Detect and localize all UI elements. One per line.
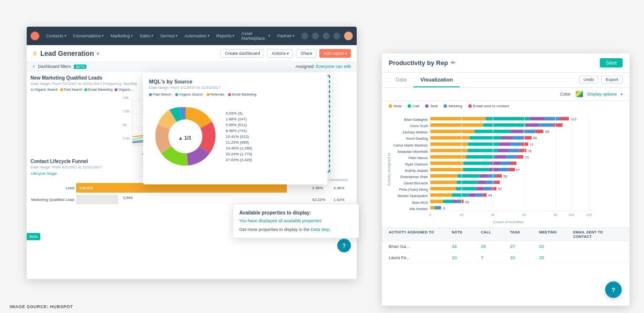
right-panel-header: Productivity by Rep ✏ Save bbox=[382, 53, 629, 73]
data-step-link[interactable]: Data step bbox=[311, 227, 330, 232]
svg-rect-98 bbox=[430, 193, 452, 197]
color-swatch[interactable] bbox=[576, 91, 583, 98]
td-meeting-2[interactable]: 20 bbox=[539, 255, 573, 260]
td-note-2[interactable]: 10 bbox=[452, 255, 481, 260]
actions-button[interactable]: Actions ▾ bbox=[267, 49, 293, 58]
legend-paid-dot bbox=[60, 88, 63, 91]
edit-icon[interactable]: ✏ bbox=[451, 60, 455, 66]
svg-rect-115 bbox=[440, 206, 441, 210]
nav-sales[interactable]: Sales ▾ bbox=[138, 30, 156, 42]
svg-text:Brian Gallagher: Brian Gallagher bbox=[404, 118, 429, 122]
properties-title: Available properties to display: bbox=[239, 210, 353, 215]
svg-text:Audrey Jaspart: Audrey Jaspart bbox=[405, 169, 428, 173]
properties-link[interactable]: You have displayed all available propert… bbox=[239, 218, 353, 223]
legend-organic: Organic Search bbox=[31, 88, 58, 91]
nav-reports[interactable]: Reports ▾ bbox=[215, 30, 237, 42]
svg-text:44: 44 bbox=[488, 194, 492, 197]
svg-rect-55 bbox=[519, 149, 526, 152]
svg-rect-48 bbox=[521, 143, 528, 146]
svg-rect-34 bbox=[536, 130, 544, 133]
create-dashboard-button[interactable]: Create dashboard bbox=[220, 49, 264, 58]
svg-rect-47 bbox=[510, 143, 521, 146]
svg-text:Activity assigned to: Activity assigned to bbox=[387, 152, 391, 186]
nav-asset[interactable]: Asset Marketplace ▾ bbox=[239, 30, 272, 42]
svg-text:10K: 10K bbox=[123, 96, 129, 99]
share-button[interactable]: Share bbox=[296, 49, 316, 58]
help-button-right[interactable]: ? bbox=[605, 281, 622, 298]
legend-task-dot bbox=[425, 104, 429, 108]
legend-call: Call bbox=[408, 104, 419, 108]
mql-legend-email-label: Email Marketing bbox=[232, 93, 256, 96]
funnel-lead-bar: 118,570 bbox=[76, 183, 287, 193]
help-button-left[interactable]: ? bbox=[337, 239, 351, 252]
filters-bar: ≡ Dashboard filters BETA Assigned: Every… bbox=[27, 62, 357, 71]
funnel-mql-bar-container: 3,984 bbox=[76, 195, 310, 204]
legend-meeting: Meeting bbox=[444, 104, 462, 108]
table-row: Brian Ga... 34 29 27 20 bbox=[382, 241, 629, 252]
donut-label-9: 27.63% (2,420) bbox=[226, 158, 252, 162]
funnel-lead-row: Lead 118,570 3.36% 3.36% bbox=[31, 183, 353, 193]
svg-rect-69 bbox=[510, 162, 516, 165]
display-options-button[interactable]: Display options bbox=[587, 92, 617, 97]
legend-paid-label: Paid Search bbox=[64, 88, 83, 91]
search-icon[interactable] bbox=[301, 33, 308, 39]
display-chevron-icon[interactable]: ▾ bbox=[621, 92, 623, 97]
mql-legend-organic-label: Organic Search bbox=[179, 93, 203, 96]
undo-button[interactable]: Undo bbox=[579, 76, 598, 83]
svg-text:9: 9 bbox=[443, 207, 445, 210]
nav-service[interactable]: Service ▾ bbox=[158, 30, 180, 42]
svg-rect-41 bbox=[525, 136, 531, 139]
right-panel-buttons: Save bbox=[600, 58, 623, 67]
svg-rect-72 bbox=[463, 168, 489, 171]
settings-icon[interactable] bbox=[323, 33, 330, 39]
mql-legend-referrals-label: Referrals bbox=[211, 93, 224, 96]
td-meeting-1[interactable]: 20 bbox=[539, 244, 573, 249]
svg-text:80: 80 bbox=[533, 136, 537, 140]
nav-conversations[interactable]: Conversations ▾ bbox=[71, 30, 106, 42]
svg-text:89: 89 bbox=[545, 130, 549, 133]
tab-visualization[interactable]: Visualization bbox=[413, 73, 460, 87]
svg-rect-102 bbox=[483, 193, 487, 197]
svg-text:Alessio Spacquatori: Alessio Spacquatori bbox=[397, 194, 428, 198]
td-task-1[interactable]: 27 bbox=[510, 244, 539, 249]
td-call-1[interactable]: 29 bbox=[481, 244, 510, 249]
svg-rect-94 bbox=[484, 187, 492, 190]
nav-marketing[interactable]: Marketing ▾ bbox=[109, 30, 135, 42]
tab-data[interactable]: Data bbox=[389, 73, 413, 87]
properties-popup: Available properties to display: You hav… bbox=[233, 204, 359, 238]
svg-rect-62 bbox=[516, 155, 523, 159]
right-panel-title: Productivity by Rep ✏ bbox=[389, 59, 455, 66]
bar-chart-svg: Activity assigned to Brian Gallagher 111… bbox=[385, 113, 623, 226]
svg-text:0: 0 bbox=[429, 213, 431, 216]
donut-label-5: 10.41% (912) bbox=[226, 134, 252, 139]
export-button[interactable]: Export bbox=[601, 76, 623, 83]
mql-legend-paid: Paid Search bbox=[149, 93, 171, 96]
svg-rect-61 bbox=[506, 155, 516, 159]
nav-bar: Contacts ▾ Conversations ▾ Marketing ▾ S… bbox=[27, 27, 357, 45]
dropdown-chevron-icon[interactable]: ▾ bbox=[97, 51, 99, 56]
right-panel: Productivity by Rep ✏ Save Data Visualiz… bbox=[382, 53, 629, 306]
td-call-2[interactable]: 7 bbox=[481, 255, 510, 260]
svg-text:120: 120 bbox=[586, 213, 592, 216]
td-task-2[interactable]: 10 bbox=[510, 255, 539, 260]
filters-left: ≡ Dashboard filters BETA bbox=[33, 64, 86, 69]
funnel-lead-pct2: 3.36% bbox=[333, 186, 353, 190]
viz-toolbar: Color: Display options ▾ bbox=[382, 88, 629, 101]
svg-rect-107 bbox=[453, 200, 457, 203]
user-avatar[interactable] bbox=[344, 32, 353, 40]
nav-automation[interactable]: Automation ▾ bbox=[182, 30, 212, 42]
svg-text:Carlos Martin Martinez: Carlos Martin Martinez bbox=[394, 144, 428, 147]
assigned-link[interactable]: Everyone can edit bbox=[316, 64, 351, 69]
svg-rect-37 bbox=[430, 136, 470, 139]
svg-rect-21 bbox=[560, 117, 569, 120]
td-note-1[interactable]: 34 bbox=[452, 244, 481, 249]
image-source: IMAGE SOURCE: HUBSPOT bbox=[10, 304, 73, 309]
nav-contacts[interactable]: Contacts ▾ bbox=[44, 30, 68, 42]
add-report-button[interactable]: Add report ▾ bbox=[319, 49, 351, 58]
save-button[interactable]: Save bbox=[600, 58, 623, 67]
donut-label-7: 14.46% (1,266) bbox=[226, 146, 252, 150]
notifications-icon[interactable] bbox=[333, 33, 340, 39]
nav-partner[interactable]: Partner ▾ bbox=[275, 30, 297, 42]
funnel-lead-value: 118,570 bbox=[79, 186, 93, 190]
grid-icon[interactable] bbox=[312, 33, 319, 39]
